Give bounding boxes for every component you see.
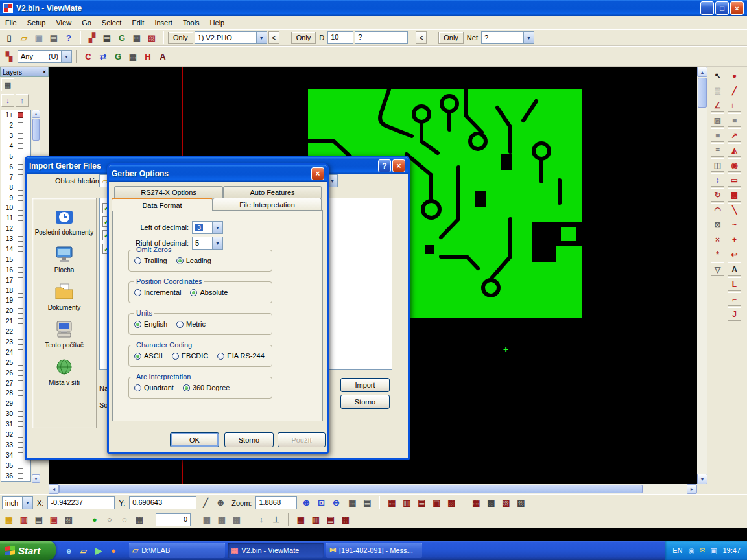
move-layer-up-icon[interactable]: ↑ (16, 94, 29, 107)
dcode-h-icon[interactable]: H (141, 49, 155, 64)
print-icon[interactable]: ▤ (47, 30, 61, 45)
grid-toggle-icon[interactable]: ▦ (130, 30, 144, 45)
rotate-icon[interactable]: ↻ (711, 188, 724, 202)
chevron-down-icon[interactable]: ▼ (61, 51, 71, 62)
layer-row[interactable]: 2 (1, 121, 30, 131)
horizontal-scrollbar[interactable]: ◄ ► (49, 484, 697, 494)
radio-360-degree[interactable]: 360 Degree (183, 384, 230, 391)
layer-row[interactable]: 3 (1, 131, 30, 141)
task-message[interactable]: ✉[191-482-091] - Mess... (326, 542, 422, 558)
dcode-input[interactable]: 10 (327, 31, 353, 44)
dcode-g-icon[interactable]: G (111, 49, 125, 64)
mirror-icon[interactable]: ◫ (711, 158, 724, 172)
select-cursor-icon[interactable]: ↖ (711, 69, 724, 82)
close-icon[interactable]: × (311, 167, 324, 180)
previous-dcode-button[interactable]: < (416, 31, 427, 44)
stretch-icon[interactable]: ╱ (198, 496, 213, 510)
radio-leading[interactable]: Leading (176, 257, 211, 264)
text-tool-icon[interactable]: A (728, 262, 741, 276)
highlight-flash-icon[interactable]: ▞ (85, 30, 99, 45)
y-coordinate-field[interactable]: 0.690643 (129, 496, 196, 509)
radio-metric[interactable]: Metric (176, 320, 206, 328)
draw-j-icon[interactable]: J (728, 307, 741, 321)
dcode-query-input[interactable]: ? (355, 31, 408, 44)
layer-swatch[interactable] (18, 329, 23, 334)
maximize-icon[interactable]: □ (715, 1, 729, 15)
scroll-thumb[interactable] (32, 119, 40, 141)
zoom-window-icon[interactable]: ⊡ (314, 496, 328, 510)
layer-swatch[interactable] (18, 473, 23, 479)
dcode-c-icon[interactable]: C (81, 49, 95, 64)
draw-circle-icon[interactable]: ◉ (728, 158, 741, 172)
scroll-down-icon[interactable]: ▼ (697, 474, 707, 484)
layer-combo[interactable]: 1) V2.PHO ▼ (195, 31, 267, 44)
close-icon[interactable]: × (43, 69, 46, 75)
tab-data-format[interactable]: Data Format (112, 198, 213, 211)
layer-swatch[interactable] (18, 133, 23, 139)
grid-lines-icon[interactable]: ▤ (360, 496, 374, 510)
dcode-swap-icon[interactable]: ⇄ (96, 49, 110, 64)
layer-swatch[interactable] (18, 122, 23, 128)
mark-icon[interactable]: ▨ (145, 30, 159, 45)
layer-swatch[interactable] (18, 143, 23, 149)
probe-icon[interactable]: ◌ (117, 513, 132, 527)
radio-eia-rs-244[interactable]: EIA RS-244 (217, 352, 264, 360)
layer-swatch[interactable] (18, 195, 23, 201)
layer-swatch[interactable] (18, 246, 23, 252)
scroll-thumb[interactable] (698, 78, 707, 108)
menu-view[interactable]: View (51, 18, 77, 28)
draw-l-icon[interactable]: L (728, 277, 741, 291)
layer-row[interactable]: 35 (1, 460, 30, 471)
layer-swatch[interactable] (18, 442, 23, 448)
scroll-thumb[interactable] (59, 485, 643, 493)
layer-swatch[interactable] (18, 226, 23, 231)
grid-snap-icon[interactable]: ▦ (132, 513, 147, 527)
zoom-in-icon[interactable]: ⊕ (299, 496, 313, 510)
pad-shape-icon[interactable]: ○ (102, 513, 117, 527)
save-icon[interactable]: ▣ (32, 30, 46, 45)
left-of-decimal-combo[interactable]: 3 ▼ (192, 221, 223, 234)
draw-bracket-icon[interactable]: ⌐ (728, 292, 741, 306)
layer-swatch[interactable] (18, 257, 23, 262)
layer-swatch[interactable] (18, 267, 23, 273)
previous-layer-button[interactable]: < (268, 31, 279, 44)
scroll-up-icon[interactable]: ▲ (697, 67, 707, 77)
dcode-a-icon[interactable]: A (156, 49, 170, 64)
draw-pad-icon[interactable]: ● (728, 69, 741, 82)
drop-marker-icon[interactable]: ▽ (711, 262, 724, 276)
layer-swatch[interactable] (18, 411, 23, 417)
media-player-icon[interactable]: ▶ (92, 544, 105, 557)
layer-swatch[interactable] (18, 463, 23, 469)
draw-cross-icon[interactable]: + (728, 233, 741, 246)
help-icon[interactable]: ? (378, 159, 391, 172)
menu-select[interactable]: Select (97, 18, 127, 28)
close-icon[interactable]: × (730, 1, 744, 15)
online-status-icon[interactable]: ● (88, 513, 102, 527)
block-select-icon[interactable]: ■ (711, 128, 724, 142)
filter-pad-icon[interactable]: ▣ (429, 496, 444, 510)
arc-tool-icon[interactable]: ◠ (711, 203, 724, 216)
place-computer[interactable]: Tento počítač (34, 320, 94, 349)
layer-swatch[interactable] (18, 236, 23, 242)
aperture-swap-icon[interactable]: ▚ (2, 49, 16, 64)
draw-corner-icon[interactable]: ∟ (728, 99, 741, 112)
chevron-down-icon[interactable]: ▼ (212, 237, 222, 249)
flash-tool-icon[interactable]: * (711, 248, 724, 261)
aperture-list-icon[interactable]: ▤ (100, 30, 114, 45)
layer-swatch[interactable] (18, 215, 23, 221)
flip-vertical-icon[interactable]: ↕ (711, 173, 724, 187)
radio-ebcdic[interactable]: EBCDIC (172, 352, 209, 360)
apply-button[interactable]: Použít (278, 432, 326, 447)
layer-swatch[interactable] (18, 308, 23, 314)
draw-slant-icon[interactable]: ╲ (728, 203, 741, 216)
menu-tools[interactable]: Tools (178, 18, 205, 28)
task-viewmate[interactable]: ▦V2.bin - ViewMate (228, 542, 324, 558)
radio-ascii[interactable]: ASCII (134, 352, 163, 360)
layer-row[interactable]: 36 (1, 471, 30, 481)
pad-mode-icon[interactable]: ▣ (47, 513, 61, 527)
browser-icon[interactable]: ● (107, 544, 120, 557)
layer-swatch[interactable] (18, 349, 23, 355)
only-dcode-toggle[interactable]: Only (291, 32, 316, 44)
tab-auto-features[interactable]: Auto Features (223, 186, 322, 198)
filter-trace-icon[interactable]: ▤ (414, 496, 429, 510)
